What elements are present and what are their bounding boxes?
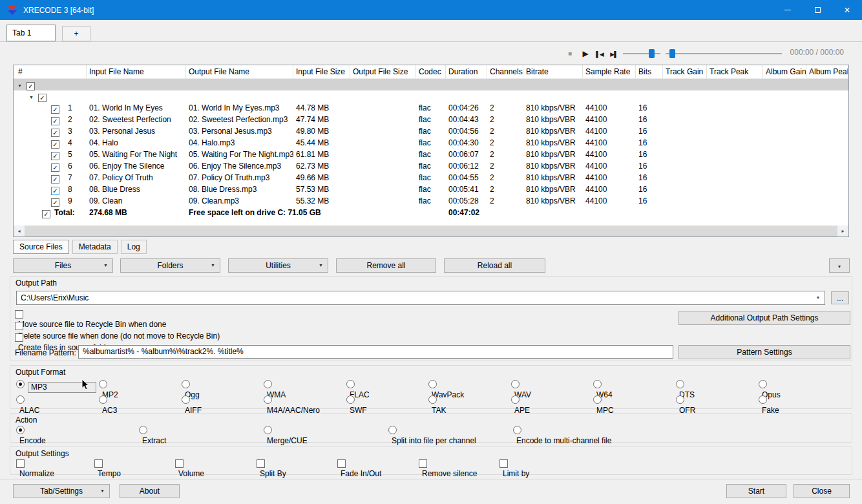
close-button[interactable]: × xyxy=(832,0,862,20)
row-checkbox[interactable]: ✓ xyxy=(51,105,59,114)
tab-log[interactable]: Log xyxy=(121,240,147,254)
radio-icon[interactable] xyxy=(16,380,25,388)
output-setting-option[interactable]: Limit by xyxy=(499,458,529,468)
scrollbar-thumb[interactable] xyxy=(25,226,837,236)
action-option[interactable]: Extract xyxy=(139,425,166,436)
remove-all-button[interactable]: Remove all xyxy=(336,258,436,273)
column-header[interactable]: Output File Size xyxy=(350,65,416,78)
about-button[interactable]: About xyxy=(120,484,180,498)
expander-icon[interactable]: ▼ xyxy=(17,80,26,90)
output-setting-option[interactable]: Split By xyxy=(257,458,286,468)
radio-icon[interactable] xyxy=(346,395,355,404)
folders-menu-button[interactable]: Folders ▼ xyxy=(120,258,220,273)
tab-1[interactable]: Tab 1 xyxy=(6,25,56,41)
scroll-right-arrow[interactable]: ▸ xyxy=(837,226,848,236)
stop-button[interactable]: ■ xyxy=(563,48,576,59)
row-checkbox[interactable]: ✓ xyxy=(51,152,59,160)
output-setting-option[interactable]: Normalize xyxy=(16,458,54,468)
format-option[interactable]: M4A/AAC/Nero xyxy=(264,395,320,406)
tab-metadata[interactable]: Metadata xyxy=(72,240,118,254)
format-option[interactable]: APE xyxy=(511,395,530,406)
maximize-button[interactable] xyxy=(803,0,832,20)
track-row[interactable]: ✓909. Clean09. Clean.mp355.32 MBflac00:0… xyxy=(14,195,848,207)
more-options-button[interactable]: ▼ xyxy=(829,258,850,273)
column-header[interactable]: Codec xyxy=(416,65,446,78)
format-option[interactable]: DTS xyxy=(676,379,695,390)
radio-icon[interactable] xyxy=(264,380,272,388)
combo-dropdown-icon[interactable]: ▼ xyxy=(813,293,823,303)
radio-icon[interactable] xyxy=(99,395,107,404)
row-checkbox[interactable]: ✓ xyxy=(51,140,59,149)
format-option[interactable]: Opus xyxy=(759,379,781,390)
start-button[interactable]: Start xyxy=(726,484,786,498)
action-option[interactable]: Encode to multi-channel file xyxy=(513,425,611,436)
previous-track-button[interactable]: ▌◀ xyxy=(593,48,606,59)
format-option[interactable]: TAK xyxy=(428,395,446,406)
radio-icon[interactable] xyxy=(759,380,767,388)
format-option[interactable]: Ogg xyxy=(182,379,200,390)
format-option[interactable]: AIFF xyxy=(182,395,202,406)
row-checkbox[interactable]: ✓ xyxy=(51,187,59,195)
column-header[interactable]: Bits xyxy=(636,65,663,78)
radio-icon[interactable] xyxy=(511,380,520,388)
column-header[interactable]: Channels xyxy=(487,65,523,78)
root-checkbox[interactable]: ✓ xyxy=(26,82,35,90)
column-header[interactable]: Duration xyxy=(446,65,487,78)
play-button[interactable]: ▶ xyxy=(579,48,592,59)
cue-file-row[interactable]: ▼✓D:\music\Depeche Mode - Violator.flac.… xyxy=(14,90,848,102)
format-option[interactable]: FLAC xyxy=(346,379,370,390)
column-header[interactable]: Album Gain xyxy=(763,65,806,78)
action-option[interactable]: Encode xyxy=(16,425,46,436)
format-option[interactable]: MP2 xyxy=(99,379,118,390)
pattern-settings-button[interactable]: Pattern Settings xyxy=(678,345,850,359)
output-path-option[interactable]: Move source file to Recycle Bin when don… xyxy=(15,309,166,319)
output-setting-option[interactable]: Remove silence xyxy=(419,458,477,468)
radio-icon[interactable] xyxy=(388,426,397,434)
radio-icon[interactable] xyxy=(676,380,684,388)
column-header[interactable]: Track Gain xyxy=(663,65,707,78)
setting-checkbox[interactable] xyxy=(499,459,508,468)
row-checkbox[interactable]: ✓ xyxy=(51,129,59,137)
column-header[interactable]: Output File Name xyxy=(186,65,293,78)
radio-icon[interactable] xyxy=(16,395,25,404)
column-header[interactable]: Album Peak xyxy=(806,65,848,78)
radio-icon[interactable] xyxy=(264,395,272,404)
action-option[interactable]: Split into file per channel xyxy=(388,425,476,436)
output-path-input[interactable]: C:\Users\Erix\Music ▼ xyxy=(16,291,825,305)
total-checkbox[interactable]: ✓ xyxy=(42,210,50,218)
radio-icon[interactable] xyxy=(593,380,602,388)
tab-settings-button[interactable]: Tab/Settings ▼ xyxy=(13,484,110,498)
expander-icon[interactable]: ▼ xyxy=(29,92,38,102)
track-row[interactable]: ✓404. Halo04. Halo.mp345.44 MBflac00:04:… xyxy=(14,137,848,149)
column-header[interactable]: Track Peak xyxy=(707,65,763,78)
close-app-button[interactable]: Close xyxy=(794,484,850,498)
column-header[interactable]: Sample Rate xyxy=(583,65,636,78)
radio-icon[interactable] xyxy=(264,426,272,434)
utilities-menu-button[interactable]: Utilities ▼ xyxy=(228,258,328,273)
tab-source-files[interactable]: Source Files xyxy=(13,240,69,254)
format-option[interactable]: WMA xyxy=(264,379,286,390)
track-row[interactable]: ✓606. Enjoy The Silence06. Enjoy The Sil… xyxy=(14,160,848,172)
format-option[interactable]: MPC xyxy=(593,395,614,406)
column-header[interactable]: Input File Size xyxy=(293,65,350,78)
volume-slider[interactable] xyxy=(623,49,660,58)
radio-icon[interactable] xyxy=(346,380,355,388)
radio-icon[interactable] xyxy=(759,395,767,404)
scroll-left-arrow[interactable]: ◂ xyxy=(14,226,25,236)
add-tab-button[interactable]: + xyxy=(62,26,90,41)
volume-slider-thumb[interactable] xyxy=(649,49,655,58)
setting-checkbox[interactable] xyxy=(257,459,265,468)
column-header[interactable]: Input File Name xyxy=(87,65,186,78)
track-row[interactable]: ✓505. Waiting For The Night05. Waiting F… xyxy=(14,149,848,160)
track-row[interactable]: ✓202. Sweetest Perfection02. Sweetest Pe… xyxy=(14,114,848,125)
track-row[interactable]: ✓707. Policy Of Truth07. Policy Of Truth… xyxy=(14,172,848,184)
seek-slider-thumb[interactable] xyxy=(669,49,675,58)
filename-pattern-input[interactable]: %albumartist% - %album%\%track2%. %title… xyxy=(78,345,673,359)
horizontal-scrollbar[interactable]: ◂ ▸ xyxy=(14,226,848,236)
radio-icon[interactable] xyxy=(593,395,602,404)
track-row[interactable]: ✓101. World In My Eyes01. World In My Ey… xyxy=(14,102,848,114)
setting-checkbox[interactable] xyxy=(337,459,346,468)
seek-slider[interactable] xyxy=(666,49,782,58)
row-checkbox[interactable]: ✓ xyxy=(51,117,59,125)
radio-icon[interactable] xyxy=(182,395,190,404)
